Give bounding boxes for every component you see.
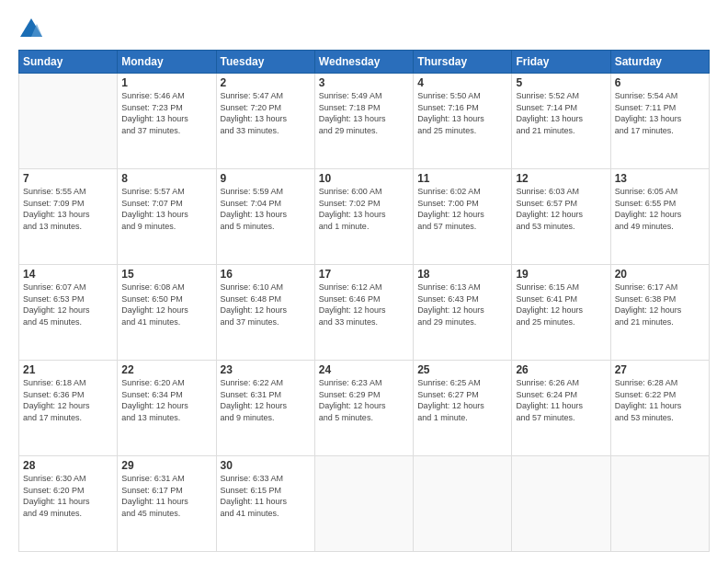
day-info: Sunrise: 6:30 AM Sunset: 6:20 PM Dayligh… — [23, 473, 113, 519]
calendar-week-2: 14Sunrise: 6:07 AM Sunset: 6:53 PM Dayli… — [19, 265, 710, 361]
day-info: Sunrise: 6:13 AM Sunset: 6:43 PM Dayligh… — [417, 282, 507, 327]
day-info: Sunrise: 6:03 AM Sunset: 6:57 PM Dayligh… — [516, 186, 606, 232]
day-number: 18 — [417, 268, 507, 281]
calendar-header-row: SundayMondayTuesdayWednesdayThursdayFrid… — [19, 51, 710, 74]
day-info: Sunrise: 5:54 AM Sunset: 7:11 PM Dayligh… — [615, 90, 705, 136]
calendar-cell: 7Sunrise: 5:55 AM Sunset: 7:09 PM Daylig… — [19, 169, 118, 265]
day-info: Sunrise: 6:20 AM Sunset: 6:34 PM Dayligh… — [121, 377, 211, 423]
calendar-week-0: 1Sunrise: 5:46 AM Sunset: 7:23 PM Daylig… — [19, 74, 710, 169]
day-info: Sunrise: 6:18 AM Sunset: 6:36 PM Dayligh… — [23, 377, 113, 423]
day-info: Sunrise: 6:31 AM Sunset: 6:17 PM Dayligh… — [121, 473, 211, 519]
calendar-cell: 22Sunrise: 6:20 AM Sunset: 6:34 PM Dayli… — [118, 361, 216, 456]
calendar-cell — [314, 456, 413, 552]
calendar-cell: 9Sunrise: 5:59 AM Sunset: 7:04 PM Daylig… — [216, 169, 314, 265]
calendar-cell: 3Sunrise: 5:49 AM Sunset: 7:18 PM Daylig… — [314, 74, 413, 169]
day-info: Sunrise: 5:57 AM Sunset: 7:07 PM Dayligh… — [121, 186, 211, 232]
day-info: Sunrise: 6:28 AM Sunset: 6:22 PM Dayligh… — [615, 377, 705, 423]
calendar-cell: 11Sunrise: 6:02 AM Sunset: 7:00 PM Dayli… — [414, 169, 512, 265]
day-number: 14 — [23, 268, 113, 281]
day-info: Sunrise: 5:55 AM Sunset: 7:09 PM Dayligh… — [23, 186, 113, 232]
day-header-monday: Monday — [118, 51, 216, 74]
day-info: Sunrise: 5:52 AM Sunset: 7:14 PM Dayligh… — [516, 90, 606, 136]
day-info: Sunrise: 6:25 AM Sunset: 6:27 PM Dayligh… — [417, 377, 507, 423]
day-number: 11 — [417, 172, 507, 185]
calendar-week-1: 7Sunrise: 5:55 AM Sunset: 7:09 PM Daylig… — [19, 169, 710, 265]
day-number: 16 — [221, 268, 311, 281]
calendar-cell — [19, 74, 118, 169]
day-number: 29 — [121, 459, 211, 472]
calendar-cell: 26Sunrise: 6:26 AM Sunset: 6:24 PM Dayli… — [512, 361, 610, 456]
day-info: Sunrise: 6:23 AM Sunset: 6:29 PM Dayligh… — [319, 377, 409, 423]
day-number: 30 — [221, 459, 311, 472]
calendar-cell — [414, 456, 512, 552]
day-number: 9 — [221, 172, 311, 185]
day-info: Sunrise: 5:50 AM Sunset: 7:16 PM Dayligh… — [417, 90, 507, 136]
day-number: 15 — [121, 268, 211, 281]
calendar-cell: 10Sunrise: 6:00 AM Sunset: 7:02 PM Dayli… — [314, 169, 413, 265]
calendar-table: SundayMondayTuesdayWednesdayThursdayFrid… — [18, 50, 710, 552]
calendar-cell: 5Sunrise: 5:52 AM Sunset: 7:14 PM Daylig… — [512, 74, 610, 169]
calendar-week-4: 28Sunrise: 6:30 AM Sunset: 6:20 PM Dayli… — [19, 456, 710, 552]
day-number: 13 — [615, 172, 705, 185]
calendar-cell — [610, 456, 709, 552]
day-info: Sunrise: 6:33 AM Sunset: 6:15 PM Dayligh… — [221, 473, 311, 519]
calendar-cell: 14Sunrise: 6:07 AM Sunset: 6:53 PM Dayli… — [19, 265, 118, 361]
calendar-cell: 2Sunrise: 5:47 AM Sunset: 7:20 PM Daylig… — [216, 74, 314, 169]
calendar-cell: 19Sunrise: 6:15 AM Sunset: 6:41 PM Dayli… — [512, 265, 610, 361]
day-header-saturday: Saturday — [610, 51, 709, 74]
day-info: Sunrise: 6:22 AM Sunset: 6:31 PM Dayligh… — [221, 377, 311, 423]
day-number: 20 — [615, 268, 705, 281]
day-number: 8 — [121, 172, 211, 185]
day-number: 7 — [23, 172, 113, 185]
day-header-friday: Friday — [512, 51, 610, 74]
day-number: 1 — [121, 76, 211, 89]
day-number: 12 — [516, 172, 606, 185]
day-info: Sunrise: 6:26 AM Sunset: 6:24 PM Dayligh… — [516, 377, 606, 423]
day-number: 22 — [121, 363, 211, 376]
day-header-sunday: Sunday — [19, 51, 118, 74]
page: SundayMondayTuesdayWednesdayThursdayFrid… — [0, 0, 728, 563]
day-number: 17 — [319, 268, 409, 281]
calendar-week-3: 21Sunrise: 6:18 AM Sunset: 6:36 PM Dayli… — [19, 361, 710, 456]
calendar-cell: 15Sunrise: 6:08 AM Sunset: 6:50 PM Dayli… — [118, 265, 216, 361]
calendar-cell: 6Sunrise: 5:54 AM Sunset: 7:11 PM Daylig… — [610, 74, 709, 169]
calendar-cell: 24Sunrise: 6:23 AM Sunset: 6:29 PM Dayli… — [314, 361, 413, 456]
calendar-cell: 21Sunrise: 6:18 AM Sunset: 6:36 PM Dayli… — [19, 361, 118, 456]
calendar-cell: 16Sunrise: 6:10 AM Sunset: 6:48 PM Dayli… — [216, 265, 314, 361]
day-info: Sunrise: 6:15 AM Sunset: 6:41 PM Dayligh… — [516, 282, 606, 327]
day-info: Sunrise: 5:59 AM Sunset: 7:04 PM Dayligh… — [221, 186, 311, 232]
day-number: 28 — [23, 459, 113, 472]
day-number: 19 — [516, 268, 606, 281]
header — [18, 17, 710, 42]
day-number: 2 — [221, 76, 311, 89]
day-number: 21 — [23, 363, 113, 376]
day-number: 5 — [516, 76, 606, 89]
day-number: 23 — [221, 363, 311, 376]
calendar-cell: 18Sunrise: 6:13 AM Sunset: 6:43 PM Dayli… — [414, 265, 512, 361]
day-info: Sunrise: 6:17 AM Sunset: 6:38 PM Dayligh… — [615, 282, 705, 327]
day-number: 3 — [319, 76, 409, 89]
calendar-cell: 29Sunrise: 6:31 AM Sunset: 6:17 PM Dayli… — [118, 456, 216, 552]
calendar-cell — [512, 456, 610, 552]
calendar-cell: 25Sunrise: 6:25 AM Sunset: 6:27 PM Dayli… — [414, 361, 512, 456]
day-info: Sunrise: 6:07 AM Sunset: 6:53 PM Dayligh… — [23, 282, 113, 327]
day-number: 4 — [417, 76, 507, 89]
day-info: Sunrise: 6:10 AM Sunset: 6:48 PM Dayligh… — [221, 282, 311, 327]
logo — [18, 17, 46, 42]
calendar-cell: 30Sunrise: 6:33 AM Sunset: 6:15 PM Dayli… — [216, 456, 314, 552]
day-info: Sunrise: 5:46 AM Sunset: 7:23 PM Dayligh… — [121, 90, 211, 136]
day-number: 24 — [319, 363, 409, 376]
calendar-cell: 17Sunrise: 6:12 AM Sunset: 6:46 PM Dayli… — [314, 265, 413, 361]
day-info: Sunrise: 6:00 AM Sunset: 7:02 PM Dayligh… — [319, 186, 409, 232]
day-info: Sunrise: 6:02 AM Sunset: 7:00 PM Dayligh… — [417, 186, 507, 232]
calendar-cell: 8Sunrise: 5:57 AM Sunset: 7:07 PM Daylig… — [118, 169, 216, 265]
calendar-cell: 4Sunrise: 5:50 AM Sunset: 7:16 PM Daylig… — [414, 74, 512, 169]
logo-icon — [18, 17, 44, 42]
calendar-cell: 1Sunrise: 5:46 AM Sunset: 7:23 PM Daylig… — [118, 74, 216, 169]
day-info: Sunrise: 6:08 AM Sunset: 6:50 PM Dayligh… — [121, 282, 211, 327]
calendar-cell: 20Sunrise: 6:17 AM Sunset: 6:38 PM Dayli… — [610, 265, 709, 361]
day-info: Sunrise: 6:12 AM Sunset: 6:46 PM Dayligh… — [319, 282, 409, 327]
day-info: Sunrise: 6:05 AM Sunset: 6:55 PM Dayligh… — [615, 186, 705, 232]
calendar-cell: 13Sunrise: 6:05 AM Sunset: 6:55 PM Dayli… — [610, 169, 709, 265]
day-info: Sunrise: 5:49 AM Sunset: 7:18 PM Dayligh… — [319, 90, 409, 136]
